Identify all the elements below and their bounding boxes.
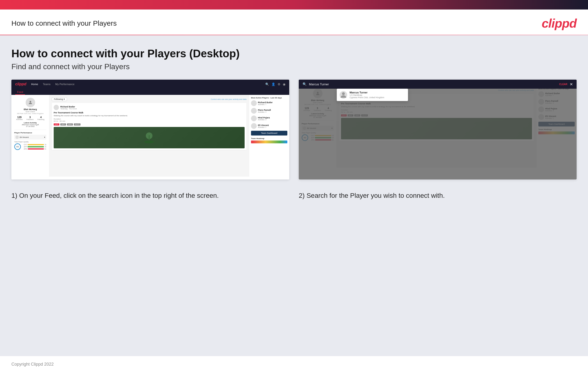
footer: Copyright Clippd 2022	[0, 356, 588, 368]
search-icon[interactable]: 🔍	[265, 83, 269, 86]
mock-nav-1: clippd Home Teams My Performance 🔍 👤 ⚙ ◉	[11, 80, 289, 89]
player-item-3: Hiral Pujara Activities: 3	[251, 116, 287, 121]
mock-right-panel: Most Active Players · Last 30 days Richa…	[249, 95, 289, 177]
logo: clippd	[542, 16, 577, 30]
player-performance-section: Player Performance Eli Vincent ▾ Total P…	[14, 132, 46, 150]
mock-logo-1: clippd	[15, 82, 26, 86]
mock-body-1: Blair McHarg Golf Coach Mill Ride Golf C…	[11, 95, 289, 177]
profile-club: Mill Ride Golf Club, United Kingdom	[14, 113, 46, 114]
following-button[interactable]: Following ▾	[52, 97, 67, 101]
instruction-text-2: 2) Search for the Player you wish to con…	[299, 191, 577, 200]
screenshots-row: clippd Home Teams My Performance 🔍 👤 ⚙ ◉…	[11, 80, 577, 179]
mock-sidebar-1: Blair McHarg Golf Coach Mill Ride Golf C…	[11, 95, 49, 177]
header: How to connect with your Players clippd	[0, 9, 588, 35]
search-icon-2: 🔍	[303, 82, 307, 86]
tag-putt: PUTT	[74, 123, 80, 126]
user-icon[interactable]: 👤	[272, 83, 275, 86]
mock-nav-teams: Teams	[43, 83, 50, 86]
result-handicap: 1.5 Handicap	[350, 94, 384, 96]
settings-icon[interactable]: ⚙	[278, 83, 281, 86]
search-overlay	[299, 89, 577, 179]
stat-followers: 3 Followers	[26, 116, 34, 120]
player-item-1: Richard Butler Activities: 7	[251, 100, 287, 106]
result-name: Marcus Turner	[350, 91, 384, 94]
main-content: How to connect with your Players (Deskto…	[0, 35, 588, 356]
stat-activities: 129 Activities	[16, 116, 23, 120]
player-avatar-2	[251, 108, 257, 114]
svg-rect-3	[149, 135, 149, 140]
tag-app: APP	[60, 123, 66, 126]
activity-avatar	[54, 105, 59, 110]
tag-ott: OTT	[54, 123, 59, 126]
player-avatar-4	[251, 123, 257, 129]
result-club: Cypress Point Club, United Kingdom	[350, 96, 384, 99]
page-title: How to connect with your Players	[11, 19, 117, 27]
search-result[interactable]: Marcus Turner 1.5 Handicap Cypress Point…	[337, 89, 408, 101]
mock-app-2: 🔍 Marcus Turner CLEAR ✕ Feed	[299, 80, 577, 179]
avatar	[26, 98, 35, 107]
mock-profile-area: Blair McHarg Golf Coach Mill Ride Golf C…	[14, 98, 46, 130]
quality-row: Total Player Quality 84 OTT	[14, 141, 46, 150]
following-bar: Following ▾ Control who can see your act…	[52, 97, 246, 101]
svg-point-1	[144, 140, 154, 143]
result-avatar	[340, 91, 347, 99]
player-avatar-1	[251, 100, 257, 106]
score-circle: 84	[14, 143, 21, 150]
profile-name: Blair McHarg	[14, 108, 46, 110]
svg-point-4	[342, 92, 345, 95]
mock-nav-home: Home	[31, 83, 38, 86]
screenshot-1: clippd Home Teams My Performance 🔍 👤 ⚙ ◉…	[11, 80, 289, 179]
top-bar	[0, 0, 588, 9]
heatmap-bar	[251, 140, 287, 143]
hero-subtitle: Find and connect with your Players	[11, 62, 577, 71]
mock-search-bar: 🔍 Marcus Turner CLEAR ✕	[299, 80, 577, 89]
instruction-1: 1) On your Feed, click on the search ico…	[11, 191, 289, 200]
search-input[interactable]: Marcus Turner	[309, 83, 557, 86]
activity-image	[54, 127, 245, 148]
avatar-icon[interactable]: ◉	[283, 83, 285, 86]
latest-activity: Latest Activity Afternoon round of golf …	[14, 122, 46, 127]
hero-text: How to connect with your Players (Deskto…	[11, 47, 577, 71]
svg-point-0	[29, 101, 31, 102]
instructions-row: 1) On your Feed, click on the search ico…	[11, 191, 577, 200]
mock-nav-performance: My Performance	[55, 83, 75, 86]
mock-feed-tab-1: Feed	[11, 89, 289, 95]
player-item-4: Eli Vincent Activities: 1	[251, 123, 287, 129]
activity-user: Richard Butler Yesterday · The Grove	[54, 105, 245, 110]
copyright: Copyright Clippd 2022	[11, 362, 54, 367]
heatmap-title: Team Heatmap	[251, 138, 287, 139]
profile-role: Golf Coach	[14, 110, 46, 113]
mock-app-1: clippd Home Teams My Performance 🔍 👤 ⚙ ◉…	[11, 80, 289, 179]
close-button[interactable]: ✕	[570, 82, 573, 87]
instruction-2: 2) Search for the Player you wish to con…	[299, 191, 577, 200]
clear-button[interactable]: CLEAR	[559, 83, 567, 86]
player-select[interactable]: Eli Vincent ▾	[14, 135, 46, 139]
feed-tab-label[interactable]: Feed	[15, 90, 25, 95]
mock-nav-icons: 🔍 👤 ⚙ ◉	[265, 83, 285, 86]
control-link[interactable]: Control who can see your activity and da…	[211, 98, 246, 100]
team-dashboard-button[interactable]: Team Dashboard	[251, 131, 287, 136]
stat-following: 4 Following	[37, 116, 44, 120]
player-item-2: Piers Parnell Activities: 4	[251, 108, 287, 114]
screenshot-2: 🔍 Marcus Turner CLEAR ✕ Feed	[299, 80, 577, 179]
tag-arg: ARG	[67, 123, 73, 126]
activity-card: Richard Butler Yesterday · The Grove Pre…	[52, 103, 246, 150]
hero-title: How to connect with your Players (Deskto…	[11, 47, 577, 60]
player-avatar-3	[251, 116, 257, 121]
mock-main-feed: Following ▾ Control who can see your act…	[49, 95, 249, 177]
activity-tags: OTT APP ARG PUTT	[54, 123, 245, 126]
stats-row: 129 Activities 3 Followers 4 Following	[14, 116, 46, 120]
instruction-text-1: 1) On your Feed, click on the search ico…	[11, 191, 289, 200]
